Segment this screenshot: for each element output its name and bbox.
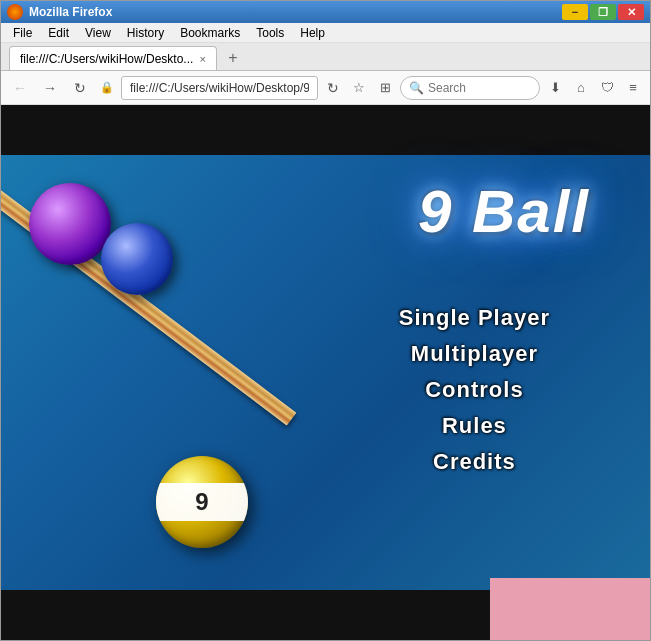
bookmark-icon[interactable]: ⊞ [374, 77, 396, 99]
ball-9-wrapper: 9 [156, 456, 248, 548]
back-button[interactable]: ← [7, 75, 33, 101]
title-bar: Mozilla Firefox − ❐ ✕ [1, 1, 650, 23]
shield-icon[interactable]: 🛡 [596, 77, 618, 99]
download-icon[interactable]: ⬇ [544, 77, 566, 99]
tab-close-button[interactable]: × [199, 53, 205, 65]
letterbox-top [1, 105, 650, 155]
menu-single-player[interactable]: Single Player [399, 305, 550, 331]
search-container: 🔍 [400, 76, 540, 100]
minimize-button[interactable]: − [562, 4, 588, 20]
browser-icon [7, 4, 23, 20]
tab-title: file:///C:/Users/wikiHow/Deskto... [20, 52, 193, 66]
title-bar-left: Mozilla Firefox [7, 4, 112, 20]
menu-file[interactable]: File [5, 24, 40, 42]
new-tab-button[interactable]: + [221, 46, 245, 70]
menu-controls[interactable]: Controls [399, 377, 550, 403]
menu-view[interactable]: View [77, 24, 119, 42]
menu-credits[interactable]: Credits [399, 449, 550, 475]
menu-help[interactable]: Help [292, 24, 333, 42]
menu-bar: File Edit View History Bookmarks Tools H… [1, 23, 650, 43]
forward-button[interactable]: → [37, 75, 63, 101]
title-bar-text: Mozilla Firefox [29, 5, 112, 19]
menu-rules[interactable]: Rules [399, 413, 550, 439]
browser-content: 9 9 Ball Single Player Multiplayer Contr… [1, 105, 650, 640]
ball-9-number: 9 [195, 488, 208, 516]
hamburger-menu-icon[interactable]: ≡ [622, 77, 644, 99]
browser-window: Mozilla Firefox − ❐ ✕ File Edit View His… [0, 0, 651, 641]
menu-history[interactable]: History [119, 24, 172, 42]
reload-button[interactable]: ↻ [67, 75, 93, 101]
lock-icon: 🔒 [97, 78, 117, 98]
search-icon: 🔍 [409, 81, 424, 95]
maximize-button[interactable]: ❐ [590, 4, 616, 20]
scroll-area [490, 578, 650, 640]
home-icon[interactable]: ⌂ [570, 77, 592, 99]
blue-ball [101, 223, 173, 295]
star-icon[interactable]: ☆ [348, 77, 370, 99]
menu-multiplayer[interactable]: Multiplayer [399, 341, 550, 367]
game-menu: Single Player Multiplayer Controls Rules… [399, 305, 550, 475]
menu-edit[interactable]: Edit [40, 24, 77, 42]
close-button[interactable]: ✕ [618, 4, 644, 20]
browser-tab[interactable]: file:///C:/Users/wikiHow/Deskto... × [9, 46, 217, 70]
purple-ball [29, 183, 111, 265]
title-bar-buttons: − ❐ ✕ [562, 4, 644, 20]
address-reload-button[interactable]: ↻ [322, 77, 344, 99]
search-input[interactable] [428, 81, 518, 95]
address-input[interactable] [121, 76, 318, 100]
menu-bookmarks[interactable]: Bookmarks [172, 24, 248, 42]
game-title: 9 Ball [418, 177, 590, 246]
game-screen: 9 9 Ball Single Player Multiplayer Contr… [1, 105, 650, 640]
address-bar: ← → ↻ 🔒 ↻ ☆ ⊞ 🔍 ⬇ ⌂ 🛡 ≡ [1, 71, 650, 105]
menu-tools[interactable]: Tools [248, 24, 292, 42]
tab-bar: file:///C:/Users/wikiHow/Deskto... × + [1, 43, 650, 71]
